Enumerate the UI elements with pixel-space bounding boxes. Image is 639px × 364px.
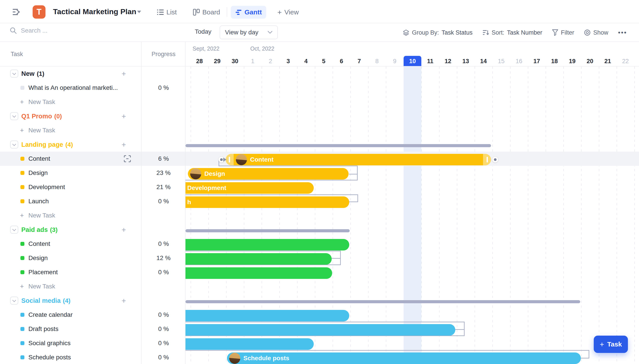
task-row-new-task[interactable]: +New Task	[0, 95, 142, 109]
add-task-to-group-icon[interactable]: +	[122, 226, 126, 234]
gantt-bar-content-paid[interactable]	[185, 239, 349, 250]
add-task-to-group-icon[interactable]: +	[122, 70, 126, 78]
chevron-down-icon	[267, 31, 272, 34]
day-cell: 3	[279, 56, 297, 66]
group-row-social-media[interactable]: Social media(4)+	[0, 294, 142, 308]
gantt-bar-design-landing[interactable]: Design	[188, 168, 349, 180]
chevron-down-icon	[13, 114, 16, 118]
dependency-link	[185, 251, 341, 252]
tab-list[interactable]: List	[153, 6, 181, 18]
add-task-button[interactable]: + Task	[594, 336, 628, 353]
group-row-new[interactable]: New(1)+	[0, 66, 142, 81]
group-collapse-toggle[interactable]	[10, 296, 18, 304]
gantt-bar-content-landing[interactable]: Content	[226, 154, 491, 165]
task-row-content[interactable]: Content	[0, 152, 142, 166]
day-cell: 11	[421, 56, 439, 66]
gantt-bar-draft-posts[interactable]	[185, 324, 455, 336]
grid-line	[439, 66, 440, 364]
project-logo[interactable]: T	[33, 5, 46, 18]
chevron-down-icon	[13, 142, 16, 146]
task-row-create-calendar[interactable]: Create calendar	[0, 308, 142, 322]
group-by-label: Group By:	[412, 29, 439, 36]
day-cell: 6	[333, 56, 350, 66]
board-icon	[193, 9, 200, 16]
gantt-bar-create-calendar[interactable]	[185, 310, 349, 322]
group-collapse-toggle[interactable]	[10, 140, 18, 148]
group-collapse-toggle[interactable]	[10, 226, 18, 234]
view-by-select[interactable]: View by day	[220, 26, 278, 39]
dependency-link	[349, 174, 358, 174]
sidebar-toggle-icon[interactable]	[12, 8, 22, 16]
group-collapse-toggle[interactable]	[10, 70, 18, 78]
add-task-to-group-icon[interactable]: +	[122, 296, 126, 305]
dependency-endpoint-dot[interactable]	[492, 157, 498, 162]
gantt-bar-placement[interactable]	[185, 267, 332, 279]
filter-control[interactable]: Filter	[552, 29, 574, 36]
task-row-new-task[interactable]: +New Task	[0, 123, 142, 138]
group-row-q1-promo[interactable]: Q1 Promo(0)+	[0, 109, 142, 123]
gantt-bar-social-graphics[interactable]	[185, 338, 314, 350]
grid-line	[510, 66, 511, 364]
focus-on-timeline-icon[interactable]	[123, 155, 131, 163]
day-cell: 19	[563, 56, 581, 66]
group-row-paid-ads[interactable]: Paid ads(3)+	[0, 222, 142, 237]
dependency-link	[455, 329, 465, 330]
grid-line	[350, 66, 351, 364]
task-row-draft-posts[interactable]: Draft posts	[0, 322, 142, 336]
task-label: Content	[29, 155, 50, 162]
grid-line	[457, 66, 457, 364]
task-row-placement[interactable]: Placement	[0, 265, 142, 279]
task-row-design[interactable]: Design	[0, 251, 142, 265]
group-row-landing-page[interactable]: Landing page(4)+	[0, 138, 142, 152]
task-progress-value: 0 %	[142, 194, 185, 208]
task-row-launch[interactable]: Launch	[0, 194, 142, 208]
gantt-bar-design-paid[interactable]	[185, 253, 332, 265]
title-dropdown-caret[interactable]	[137, 11, 141, 13]
bar-label: Design	[204, 170, 225, 177]
bar-resize-handle-right[interactable]	[487, 157, 488, 162]
task-status-bullet	[21, 86, 25, 90]
gantt-bar-launch[interactable]: h	[185, 196, 349, 208]
add-task-to-group-icon[interactable]: +	[122, 112, 126, 120]
sort-control[interactable]: Sort: Task Number	[482, 29, 542, 36]
bar-resize-handle-left[interactable]	[229, 157, 230, 162]
gantt-bar-development[interactable]: Development	[185, 182, 314, 194]
eye-icon	[584, 29, 591, 36]
group-by-control[interactable]: Group By: Task Status	[403, 29, 473, 36]
add-task-label: Task	[607, 340, 622, 348]
tab-gantt[interactable]: Gantt	[231, 6, 266, 18]
new-task-plus-icon: +	[20, 98, 24, 106]
task-row-social-graphics[interactable]: Social graphics	[0, 336, 142, 350]
task-status-bullet	[21, 327, 25, 331]
tab-add-view[interactable]: + View	[273, 6, 303, 18]
new-task-label: New Task	[29, 283, 55, 290]
task-row-schedule-posts[interactable]: Schedule posts	[0, 350, 142, 364]
dependency-link	[464, 322, 465, 336]
task-row-new-task[interactable]: +New Task	[0, 208, 142, 222]
task-row-design[interactable]: Design	[0, 166, 142, 180]
group-count: (4)	[63, 297, 70, 304]
dependency-link	[589, 350, 589, 358]
task-row-development[interactable]: Development	[0, 180, 142, 194]
tab-board[interactable]: Board	[189, 6, 224, 18]
new-task-plus-icon: +	[20, 126, 24, 134]
today-button[interactable]: Today	[195, 28, 211, 35]
task-row-what-is-an-operational-m[interactable]: What is An operational marketi...	[0, 81, 142, 95]
show-control[interactable]: Show	[584, 29, 608, 36]
group-collapse-toggle[interactable]	[10, 112, 18, 120]
grid-line	[599, 66, 599, 364]
task-label: Schedule posts	[29, 354, 71, 361]
dependency-link	[185, 322, 465, 322]
dependency-link	[185, 180, 358, 180]
add-task-to-group-icon[interactable]: +	[122, 140, 126, 149]
month-label-sept: Sept, 2022	[193, 46, 219, 52]
group-count: (1)	[37, 70, 44, 77]
chevron-down-icon	[13, 298, 16, 302]
search-input[interactable]	[21, 27, 115, 34]
task-row-content[interactable]: Content	[0, 237, 142, 251]
task-label: Development	[29, 184, 65, 191]
task-row-new-task[interactable]: +New Task	[0, 279, 142, 294]
day-cell: 17	[528, 56, 546, 66]
more-options-icon[interactable]: •••	[618, 29, 627, 36]
gantt-bar-schedule-posts[interactable]: Schedule posts	[227, 352, 581, 364]
